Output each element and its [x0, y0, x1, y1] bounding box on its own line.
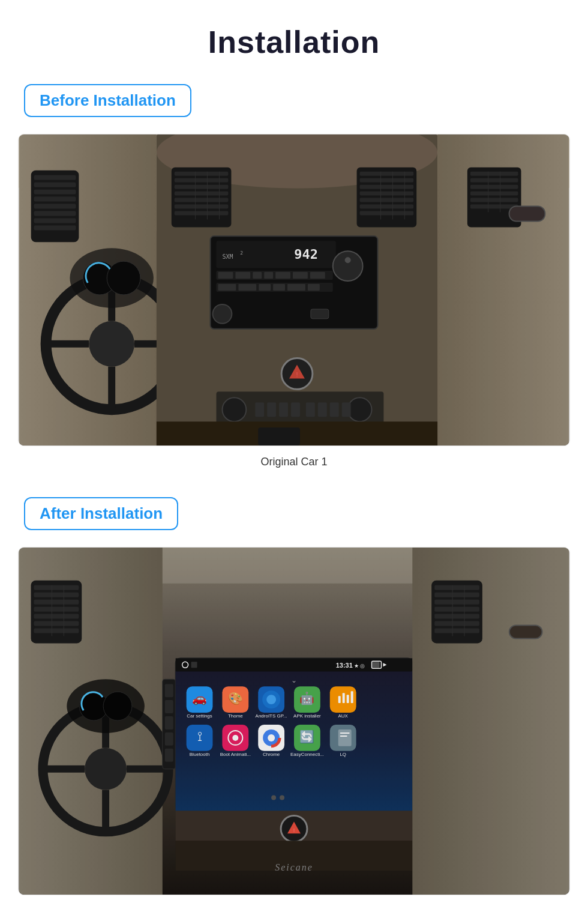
svg-text:Car settings: Car settings [187, 713, 212, 719]
svg-rect-60 [238, 284, 256, 291]
svg-rect-185 [434, 593, 479, 597]
svg-rect-172 [340, 732, 350, 734]
svg-rect-52 [235, 272, 250, 279]
svg-text:Boot Animati...: Boot Animati... [220, 752, 251, 757]
svg-rect-8 [34, 204, 76, 209]
svg-point-13 [89, 321, 134, 367]
svg-rect-107 [34, 629, 79, 633]
before-installation-image: 942 SXM 2 ! [18, 134, 570, 446]
before-installation-label: Before Installation [40, 91, 176, 109]
svg-rect-62 [273, 284, 285, 291]
svg-point-66 [345, 257, 351, 263]
svg-rect-193 [509, 626, 542, 639]
svg-text:AUX: AUX [338, 713, 349, 719]
svg-rect-63 [287, 284, 305, 291]
svg-point-111 [85, 748, 127, 790]
svg-rect-68 [311, 309, 329, 319]
svg-rect-124 [165, 749, 173, 762]
svg-rect-28 [175, 198, 229, 202]
svg-rect-188 [434, 614, 479, 619]
svg-rect-80 [318, 402, 327, 417]
svg-text:942: 942 [294, 247, 318, 262]
svg-rect-76 [267, 402, 276, 417]
svg-rect-54 [264, 272, 273, 279]
svg-rect-81 [330, 402, 339, 417]
svg-rect-24 [175, 172, 229, 176]
svg-point-175 [271, 796, 276, 800]
svg-rect-93 [509, 207, 545, 222]
svg-point-144 [266, 695, 276, 704]
svg-rect-26 [175, 185, 229, 189]
svg-rect-59 [218, 284, 236, 291]
svg-text:🎨: 🎨 [228, 691, 243, 705]
svg-rect-153 [351, 691, 353, 703]
svg-point-73 [222, 397, 246, 421]
svg-rect-40 [360, 205, 414, 209]
svg-rect-64 [308, 284, 320, 291]
svg-text:SXM: SXM [222, 253, 233, 260]
svg-text:Seicane: Seicane [275, 862, 313, 872]
svg-rect-23 [172, 168, 232, 228]
svg-rect-87 [470, 185, 518, 189]
svg-rect-5 [34, 183, 76, 187]
after-installation-label: After Installation [40, 504, 163, 522]
svg-point-165 [268, 734, 275, 741]
svg-rect-35 [360, 172, 414, 176]
svg-point-118 [103, 692, 132, 720]
svg-text:★ ◎: ★ ◎ [354, 663, 365, 669]
svg-rect-27 [175, 192, 229, 196]
svg-rect-101 [34, 585, 79, 590]
svg-rect-186 [434, 600, 479, 605]
after-installation-image: 13:31 ★ ◎ ⌄ 🚗 Car settings 🎨 Thome Andro… [18, 547, 570, 895]
svg-text:LQ: LQ [340, 752, 346, 757]
svg-point-176 [280, 796, 284, 800]
svg-rect-61 [259, 284, 271, 291]
svg-rect-78 [291, 402, 300, 417]
svg-text:⌄: ⌄ [291, 676, 297, 684]
svg-rect-30 [175, 211, 229, 216]
svg-rect-120 [165, 684, 173, 697]
svg-rect-10 [34, 218, 76, 223]
svg-text:⟟: ⟟ [197, 729, 202, 744]
svg-rect-106 [34, 621, 79, 626]
svg-rect-104 [34, 607, 79, 612]
svg-rect-190 [434, 629, 479, 633]
svg-rect-25 [175, 178, 229, 183]
svg-rect-77 [279, 402, 288, 417]
svg-rect-132 [373, 662, 380, 668]
svg-point-160 [232, 735, 238, 741]
svg-rect-6 [34, 190, 76, 195]
after-installation-badge: After Installation [24, 497, 178, 530]
svg-rect-53 [253, 272, 262, 279]
svg-rect-37 [360, 185, 414, 189]
svg-rect-9 [34, 211, 76, 216]
svg-point-65 [333, 251, 363, 281]
svg-point-74 [348, 397, 372, 421]
svg-rect-11 [34, 225, 76, 230]
svg-rect-56 [293, 272, 308, 279]
svg-rect-39 [360, 198, 414, 202]
svg-rect-89 [470, 198, 518, 202]
svg-text:🔄: 🔄 [299, 729, 314, 744]
svg-rect-184 [434, 585, 479, 590]
svg-text:Bluetooth: Bluetooth [190, 752, 210, 757]
svg-rect-85 [470, 172, 518, 176]
svg-text:AndroITS GP...: AndroITS GP... [256, 713, 287, 719]
svg-point-67 [213, 304, 232, 324]
svg-rect-82 [342, 402, 351, 417]
svg-text:🚗: 🚗 [192, 691, 207, 705]
page-title: Installation [208, 24, 380, 60]
svg-text:!: ! [293, 827, 295, 833]
svg-rect-103 [34, 600, 79, 605]
svg-rect-150 [338, 696, 341, 703]
svg-rect-79 [306, 402, 315, 417]
svg-text:!: ! [296, 371, 298, 378]
before-image-caption: Original Car 1 [260, 456, 327, 468]
svg-rect-88 [470, 192, 518, 196]
svg-rect-121 [165, 700, 173, 713]
svg-rect-95 [258, 427, 300, 445]
svg-text:2: 2 [240, 250, 243, 256]
svg-rect-128 [191, 662, 197, 668]
svg-rect-151 [343, 693, 345, 703]
svg-rect-105 [34, 614, 79, 619]
